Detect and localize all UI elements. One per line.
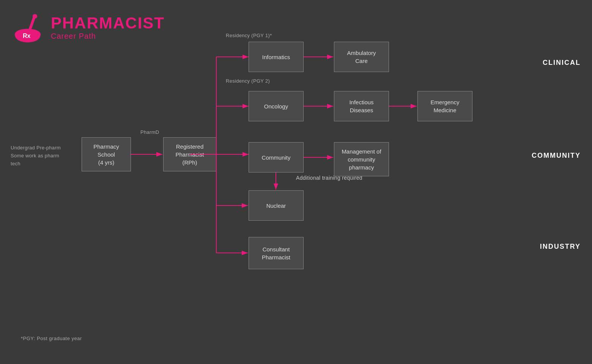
consultant-pharmacist-box: Consultant Pharmacist	[249, 237, 304, 269]
mortar-icon: Rx	[11, 11, 45, 45]
pharmacy-school-box: Pharmacy School (4 yrs)	[82, 137, 131, 171]
svg-text:Rx: Rx	[23, 33, 31, 39]
community-box: Community	[249, 142, 304, 173]
svg-point-2	[33, 14, 37, 19]
pgy1-label: Residency (PGY 1)*	[226, 32, 272, 39]
registered-pharmacist-box: Registered Pharmacist (RPh)	[163, 137, 216, 171]
nuclear-box: Nuclear	[249, 190, 304, 221]
section-industry: INDUSTRY	[540, 243, 581, 251]
logo-pharmacist-text: PHARMACIST	[51, 15, 165, 31]
ambulatory-care-box: Ambulatory Care	[334, 42, 389, 72]
infectious-diseases-box: Infectious Diseases	[334, 91, 389, 121]
oncology-box: Oncology	[249, 91, 304, 121]
informatics-box: Informatics	[249, 42, 304, 72]
logo-career-text: Career Path	[51, 32, 165, 41]
management-box: Management of community pharmacy	[334, 142, 389, 176]
undergrad-label: Undergrad Pre-pharm Some work as pharm t…	[11, 144, 61, 168]
logo-text: PHARMACIST Career Path	[51, 15, 165, 41]
logo-area: Rx PHARMACIST Career Path	[11, 11, 165, 45]
section-clinical: CLINICAL	[543, 59, 581, 67]
pgy2-label: Residency (PGY 2)	[226, 78, 270, 85]
section-community: COMMUNITY	[532, 152, 581, 160]
svg-line-1	[30, 17, 34, 30]
footnote-text: *PGY: Post graduate year	[21, 336, 82, 341]
emergency-medicine-box: Emergency Medicine	[417, 91, 472, 121]
pharmd-label: PharmD	[140, 129, 159, 136]
